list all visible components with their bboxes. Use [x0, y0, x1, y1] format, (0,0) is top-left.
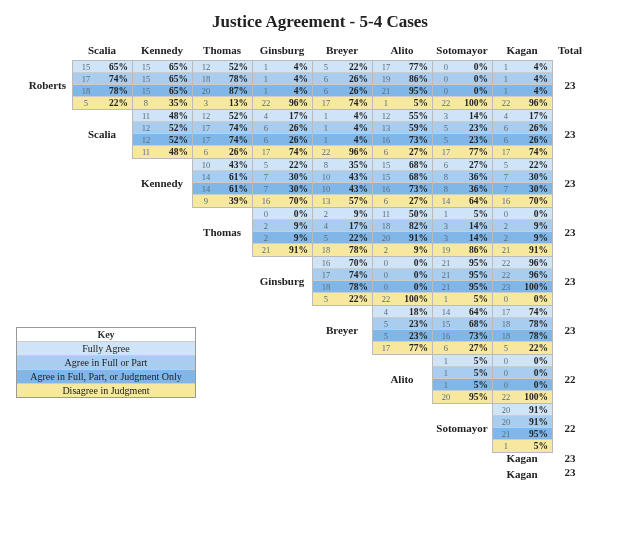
- percent: 35%: [159, 98, 192, 108]
- count: 17: [493, 307, 519, 317]
- count: 5: [313, 62, 339, 72]
- percent: 95%: [459, 282, 492, 292]
- count: 5: [433, 135, 459, 145]
- percent: 95%: [519, 429, 552, 439]
- count: 0: [493, 209, 519, 219]
- count: 1: [493, 74, 519, 84]
- count: 17: [193, 135, 219, 145]
- percent: 52%: [219, 62, 252, 72]
- percent: 65%: [159, 86, 192, 96]
- col-head-kagan: Kagan: [492, 42, 552, 60]
- legend-row: Fully Agree: [17, 341, 195, 355]
- row-head-sotomayor: Sotomayor: [432, 403, 492, 452]
- percent: 5%: [459, 294, 492, 304]
- cell-thomas-breyer: 29%417%522%1878%: [312, 207, 373, 257]
- count: 3: [433, 111, 459, 121]
- percent: 95%: [459, 258, 492, 268]
- count: 11: [133, 147, 159, 157]
- percent: 68%: [459, 319, 492, 329]
- count: 6: [253, 123, 279, 133]
- cell-scalia-thomas: 1252%1774%1774%626%: [192, 109, 253, 159]
- count: 20: [493, 417, 519, 427]
- row-head-scalia: Scalia: [72, 109, 132, 158]
- percent: 65%: [99, 62, 132, 72]
- count: 17: [373, 62, 399, 72]
- percent: 86%: [459, 245, 492, 255]
- cell-thomas-ginsburg: 00%29%29%2191%: [252, 207, 313, 257]
- cell-breyer-sotomayor: 1464%1568%1673%627%: [432, 305, 493, 355]
- count: 15: [133, 86, 159, 96]
- percent: 30%: [279, 172, 312, 182]
- percent: 27%: [459, 160, 492, 170]
- count: 1: [493, 441, 519, 451]
- percent: 14%: [459, 221, 492, 231]
- percent: 0%: [519, 209, 552, 219]
- percent: 96%: [519, 270, 552, 280]
- count: 15: [133, 74, 159, 84]
- percent: 100%: [459, 98, 492, 108]
- percent: 43%: [219, 160, 252, 170]
- row-head-breyer: Breyer: [312, 305, 372, 354]
- cell-roberts-thomas: 1252%1878%2087%313%: [192, 60, 253, 110]
- count: 4: [493, 111, 519, 121]
- count: 6: [313, 74, 339, 84]
- percent: 0%: [459, 74, 492, 84]
- cell-scalia-kennedy: 1148%1252%1252%1148%: [132, 109, 193, 159]
- count: 0: [373, 270, 399, 280]
- count: 5: [253, 160, 279, 170]
- cell-ginsburg-alito: 00%00%00%22100%: [372, 256, 433, 306]
- count: 7: [253, 172, 279, 182]
- percent: 0%: [519, 380, 552, 390]
- count: 1: [433, 356, 459, 366]
- count: 10: [313, 172, 339, 182]
- row-head-kennedy: Kennedy: [132, 158, 192, 207]
- count: 8: [133, 98, 159, 108]
- agreement-grid: ScaliaKennedyThomasGinsburgBreyerAlitoSo…: [12, 42, 628, 480]
- count: 19: [373, 74, 399, 84]
- count: 1: [433, 294, 459, 304]
- percent: 14%: [459, 111, 492, 121]
- percent: 74%: [219, 123, 252, 133]
- percent: 43%: [339, 172, 372, 182]
- percent: 96%: [279, 98, 312, 108]
- count: 20: [433, 392, 459, 402]
- percent: 96%: [519, 98, 552, 108]
- count: 3: [433, 221, 459, 231]
- percent: 86%: [399, 74, 432, 84]
- count: 21: [433, 282, 459, 292]
- percent: 0%: [519, 368, 552, 378]
- count: 8: [433, 184, 459, 194]
- cell-kennedy-kagan: 522%730%730%1670%: [492, 158, 553, 208]
- legend-title: Key: [17, 328, 195, 341]
- count: 1: [493, 86, 519, 96]
- percent: 9%: [279, 233, 312, 243]
- count: 22: [493, 270, 519, 280]
- cell-alito-kagan: 00%00%00%22100%: [492, 354, 553, 404]
- count: 5: [73, 98, 99, 108]
- cell-roberts-kagan: 14%14%14%2296%: [492, 60, 553, 110]
- total-kagan: 23: [552, 452, 588, 464]
- percent: 35%: [339, 160, 372, 170]
- count: 22: [493, 258, 519, 268]
- percent: 4%: [519, 74, 552, 84]
- percent: 77%: [459, 147, 492, 157]
- count: 15: [133, 62, 159, 72]
- count: 18: [313, 282, 339, 292]
- count: 13: [373, 123, 399, 133]
- percent: 74%: [339, 270, 372, 280]
- percent: 26%: [339, 86, 372, 96]
- count: 14: [433, 307, 459, 317]
- percent: 0%: [519, 356, 552, 366]
- count: 21: [433, 258, 459, 268]
- percent: 91%: [519, 245, 552, 255]
- total-sotomayor: 22: [552, 403, 588, 452]
- count: 0: [253, 209, 279, 219]
- cell-scalia-kagan: 417%626%626%1774%: [492, 109, 553, 159]
- percent: 59%: [399, 123, 432, 133]
- count: 18: [493, 319, 519, 329]
- cell-kennedy-breyer: 835%1043%1043%1357%: [312, 158, 373, 208]
- col-head-total: Total: [552, 42, 588, 60]
- count: 0: [433, 62, 459, 72]
- count: 21: [493, 429, 519, 439]
- count: 17: [433, 147, 459, 157]
